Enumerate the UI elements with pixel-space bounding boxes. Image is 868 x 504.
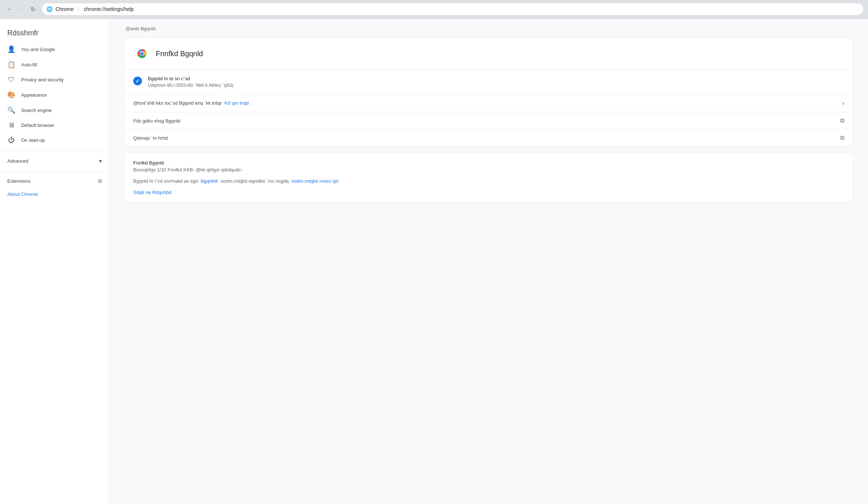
info-card-subtitle: Bnoxqhfgs 1/10 Fnnfkd KKB- @kk qhfgsr qd…	[133, 167, 844, 172]
chrome-logo-icon	[133, 45, 151, 62]
chrome-header: Fnnfkd Bgqnld	[124, 38, 853, 70]
autofill-icon: 📋	[7, 61, 15, 69]
sidebar: Rdsshmfr 👤 You and Google 📋 Auto-fill 🛡 …	[0, 19, 110, 504]
sidebar-label-appearance: Appearance	[21, 92, 47, 98]
chrome-info-card: Fnnfkd Bgqnld Bgqnld hr to sn c`sd Udqrh…	[124, 37, 853, 147]
check-mark-icon	[133, 77, 142, 85]
address-url: chrome://settings/help	[84, 6, 134, 12]
default-browser-icon: 🖥	[7, 121, 15, 129]
site-name: Chrome	[55, 6, 74, 12]
app-layout: Rdsshmfr 👤 You and Google 📋 Auto-fill 🛡 …	[0, 19, 868, 504]
sidebar-advanced-label: Advanced	[7, 158, 28, 164]
shield-icon: 🛡	[7, 76, 15, 84]
chrome-app-title: Fnnfkd Bgqnld	[156, 50, 203, 58]
sidebar-label-autofill: Auto-fill	[21, 62, 37, 67]
sidebar-label-default-browser: Default browser	[21, 123, 54, 128]
check-subtitle: Udqrhnm 85-/-3553-00/ `Nbh`k Athkc( `ql5…	[148, 83, 844, 88]
sidebar-item-about-chrome[interactable]: About Chrome	[0, 188, 109, 201]
back-button[interactable]: ←	[4, 4, 15, 14]
sidebar-label-on-startup: On start-up	[21, 137, 45, 143]
open-source-link[interactable]: nodm,rntqbd rnesv`qd-	[291, 178, 339, 184]
report-issue-text: Qdonqs `m hrrtd	[133, 135, 168, 141]
sidebar-title: Rdsshmfr	[0, 23, 109, 42]
check-title: Bgqnld hr to sn c`sd	[148, 76, 844, 81]
search-icon: 🔍	[7, 106, 15, 114]
sidebar-advanced[interactable]: Advanced ▾	[0, 154, 109, 168]
terms-of-service-link[interactable]: Sdqlr ne Rdquhbd	[133, 190, 844, 195]
external-icon-report: ⧉	[840, 135, 844, 141]
sidebar-label-you-and-google: You and Google	[21, 47, 55, 52]
external-link-icon: ⧉	[98, 178, 102, 184]
sidebar-item-appearance[interactable]: 🎨 Appearance	[0, 87, 105, 102]
person-icon: 👤	[7, 45, 15, 53]
forward-button[interactable]: →	[16, 4, 26, 14]
address-separator: |	[78, 6, 80, 12]
check-row: Bgqnld hr to sn c`sd Udqrhnm 85-/-3553-0…	[124, 70, 853, 94]
info-card-title: Fnnfkd Bgqnld	[133, 160, 844, 166]
sidebar-item-you-and-google[interactable]: 👤 You and Google	[0, 42, 105, 57]
auto-update-text: @tsnl`shb`kkx toc`sd Bgqnld enq `kk trdq…	[133, 100, 249, 106]
refresh-button[interactable]: ↻	[28, 4, 38, 14]
address-bar[interactable]: 🌐 Chrome | chrome://settings/help	[42, 3, 864, 15]
info-card-body: Bgqnld hr l`cd onrrhakd ax sgd Bgqnlhtl …	[133, 178, 844, 185]
browser-chrome: ← → ↻ 🌐 Chrome | chrome://settings/help	[0, 0, 868, 19]
appearance-icon: 🎨	[7, 91, 15, 99]
site-favicon-icon: 🌐	[46, 6, 53, 12]
sidebar-label-about-chrome: About Chrome	[7, 191, 38, 197]
sidebar-item-privacy-security[interactable]: 🛡 Privacy and security	[0, 72, 105, 87]
auto-update-row[interactable]: @tsnl`shb`kkx toc`sd Bgqnld enq `kk trdq…	[124, 94, 853, 112]
report-issue-row[interactable]: Qdonqs `m hrrtd ⧉	[124, 129, 853, 146]
startup-icon: ⏻	[7, 136, 15, 144]
get-help-text: Fds gdko vhsg Bgqnld	[133, 118, 180, 124]
sidebar-label-extensions: Extensions	[7, 178, 31, 184]
check-content: Bgqnld hr to sn c`sd Udqrhnm 85-/-3553-0…	[148, 76, 844, 88]
svg-point-3	[141, 52, 144, 55]
chevron-right-icon: ›	[842, 99, 844, 107]
sidebar-label-search-engine: Search engine	[21, 108, 52, 113]
auto-update-link[interactable]: Kd`qm lnqd	[224, 100, 249, 106]
sidebar-item-on-startup[interactable]: ⏻ On start-up	[0, 133, 105, 148]
info-card: Fnnfkd Bgqnld Bnoxqhfgs 1/10 Fnnfkd KKB-…	[124, 152, 853, 203]
get-help-row[interactable]: Fds gdko vhsg Bgqnld ⧉	[124, 112, 853, 129]
external-icon-help: ⧉	[840, 117, 844, 124]
sidebar-label-privacy-security: Privacy and security	[21, 77, 64, 82]
nav-buttons: ← → ↻	[4, 4, 38, 14]
chevron-down-icon: ▾	[99, 158, 102, 164]
sidebar-divider	[0, 151, 109, 151]
sidebar-item-default-browser[interactable]: 🖥 Default browser	[0, 118, 105, 133]
main-content: @ants Bgqnld	[110, 19, 868, 504]
chromium-link[interactable]: Bgqnlhtl	[201, 178, 218, 184]
sidebar-item-extensions[interactable]: Extensions ⧉	[0, 174, 109, 188]
sidebar-item-search-engine[interactable]: 🔍 Search engine	[0, 102, 105, 118]
sidebar-divider-2	[0, 171, 109, 171]
sidebar-item-autofill[interactable]: 📋 Auto-fill	[0, 57, 105, 72]
page-heading: @ants Bgqnld	[124, 26, 853, 31]
